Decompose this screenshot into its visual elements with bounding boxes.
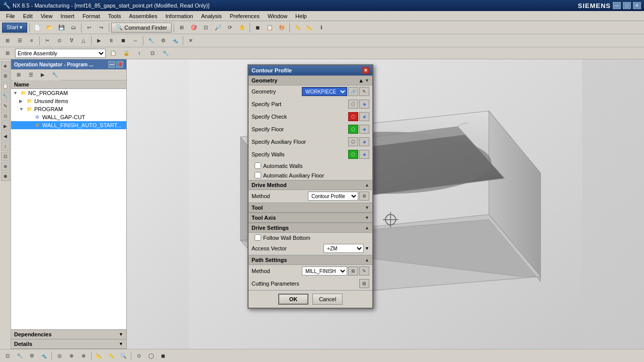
save-all-button[interactable]: 🗂 [68,22,79,33]
specify-part-edit-btn[interactable]: ◈ [359,100,369,109]
specify-part-select-btn[interactable]: ⬡ [348,100,358,109]
sidebar-icon-12[interactable]: ✽ [1,172,10,181]
cancel-button[interactable]: Cancel [312,294,343,305]
tool-axis-collapse[interactable]: ▼ [365,215,369,220]
bottom-tb-btn10[interactable]: 🔍 [118,350,129,361]
tb2-btn7[interactable]: △ [78,35,89,46]
menu-file[interactable]: File [2,12,19,20]
assembly-icon[interactable]: ⊞ [2,48,13,59]
specify-walls-edit-btn[interactable]: ◈ [359,150,369,159]
new-button[interactable]: 📄 [32,22,43,33]
follow-wall-checkbox[interactable] [255,234,261,241]
op-nav-details[interactable]: Details ▼ [11,339,126,349]
analysis-button[interactable]: 📐 [304,22,315,33]
auto-walls-checkbox[interactable] [255,162,261,169]
tree-item-program[interactable]: ▼ 📁 PROGRAM [11,105,126,113]
bottom-tb-btn6[interactable]: ⊕ [66,350,77,361]
menu-view[interactable]: View [37,12,57,20]
layer-button[interactable]: 📋 [264,22,275,33]
start-button[interactable]: Start ▾ [2,23,27,33]
color-button[interactable]: 🎨 [276,22,287,33]
menu-edit[interactable]: Edit [19,12,37,20]
view-orient-button[interactable]: 🎯 [188,22,199,33]
tb2-btn15[interactable]: ✕ [185,35,196,46]
path-settings-section-header[interactable]: Path Settings ▲ [249,255,372,265]
op-nav-dependencies[interactable]: Dependencies ▼ [11,330,126,339]
open-button[interactable]: 📂 [44,22,55,33]
op-nav-tb-btn4[interactable]: 🔧 [49,69,60,80]
snap-button[interactable]: ⊞ [176,22,187,33]
menu-information[interactable]: Information [162,12,197,20]
drive-settings-section-header[interactable]: Drive Settings ▲ [249,223,372,233]
tree-item-wall-finish[interactable]: ⚙ WALL_FINISH_AUTO_START... [11,121,126,129]
geometry-select-btn[interactable]: 🔗 [348,87,358,96]
assembly-btn4[interactable]: ⊡ [147,48,158,59]
assembly-btn3[interactable]: ↕ [134,48,145,59]
contour-dialog-close[interactable]: ✕ [362,67,369,74]
sidebar-icon-10[interactable]: ⊡ [1,152,10,161]
access-vector-dropdown[interactable]: +ZM [324,244,364,253]
info-button[interactable]: ℹ [316,22,327,33]
sidebar-icon-2[interactable]: ⊞ [1,71,10,80]
drive-method-section-header[interactable]: Drive Method ▲ [249,180,372,190]
minimize-button[interactable]: — [613,2,621,9]
maximize-button[interactable]: □ [623,2,631,9]
menu-analysis[interactable]: Analysis [197,12,226,20]
assembly-btn1[interactable]: 📋 [108,48,119,59]
sidebar-icon-9[interactable]: ↕ [1,142,10,151]
sidebar-icon-7[interactable]: ▶ [1,122,10,131]
rotate-button[interactable]: ⟳ [224,22,235,33]
sidebar-icon-5[interactable]: ✎ [1,102,10,111]
measure-button[interactable]: 📏 [292,22,303,33]
op-nav-tb-btn1[interactable]: ⊞ [13,69,24,80]
tool-axis-section-header[interactable]: Tool Axis ▼ [249,213,372,223]
tb2-btn8[interactable]: ▶ [94,35,105,46]
tb2-btn2[interactable]: ☰ [14,35,25,46]
geometry-section-header[interactable]: Geometry ▲ ▼ [249,75,372,85]
bottom-tb-btn3[interactable]: ⚙ [26,350,37,361]
tb2-btn11[interactable]: ↔ [130,35,141,46]
specify-check-select-btn[interactable]: ⬡ [348,112,358,121]
tb2-btn5[interactable]: ⊙ [54,35,65,46]
geometry-dropdown[interactable]: WORKPIECE [302,87,347,96]
geometry-collapse[interactable]: ▼ [365,78,369,83]
tb2-btn10[interactable]: ⏹ [118,35,129,46]
drive-method-edit-btn[interactable]: ⚙ [359,192,369,201]
tree-item-nc-program[interactable]: ▼ 📁 NC_PROGRAM [11,89,126,97]
menu-window[interactable]: Window [264,12,291,20]
auto-aux-floor-checkbox[interactable] [255,172,261,178]
menu-insert[interactable]: Insert [56,12,78,20]
tb2-btn4[interactable]: ✂ [42,35,53,46]
geometry-edit-btn[interactable]: ✎ [359,87,369,96]
path-method-table-btn[interactable]: ⊞ [348,266,358,276]
sidebar-icon-1[interactable]: ◈ [1,61,10,70]
display-button[interactable]: ◼ [252,22,263,33]
bottom-tb-btn13[interactable]: ◼ [157,350,169,361]
cutting-params-btn[interactable]: ⊞ [359,279,369,288]
close-button[interactable]: ✕ [633,2,641,9]
bottom-tb-btn4[interactable]: 🔩 [38,350,49,361]
path-method-edit-btn[interactable]: ✎ [359,266,369,276]
menu-format[interactable]: Format [78,12,104,20]
bottom-tb-btn1[interactable]: ⊡ [2,350,13,361]
geometry-scroll-up[interactable]: ▲ [358,77,364,83]
tb2-btn13[interactable]: ⚙ [157,35,169,46]
tb2-btn6[interactable]: ∇ [66,35,77,46]
bottom-tb-btn9[interactable]: 📏 [106,350,117,361]
op-nav-pin-btn[interactable]: 📌 [116,61,123,68]
save-button[interactable]: 💾 [56,22,67,33]
sidebar-icon-6[interactable]: ⊙ [1,112,10,121]
specify-floor-select-btn[interactable]: ⬡ [348,125,358,134]
tb2-btn12[interactable]: 🔧 [145,35,156,46]
bottom-tb-btn12[interactable]: ◯ [145,350,156,361]
op-nav-tb-btn3[interactable]: ▶ [37,69,48,80]
menu-assemblies[interactable]: Assemblies [125,12,161,20]
specify-floor-edit-btn[interactable]: ◈ [359,125,369,134]
path-method-dropdown[interactable]: MILL_FINISH [302,266,347,276]
tree-item-unused[interactable]: ▶ 📁 Unused Items [11,97,126,105]
command-finder-button[interactable]: 🔍 Command Finder [111,23,172,33]
drive-method-dropdown[interactable]: Contour Profile [308,192,358,201]
tool-section-header[interactable]: Tool ▼ [249,203,372,213]
tool-section-collapse[interactable]: ▼ [365,205,369,210]
assembly-select[interactable]: Entire Assembly [15,49,106,58]
